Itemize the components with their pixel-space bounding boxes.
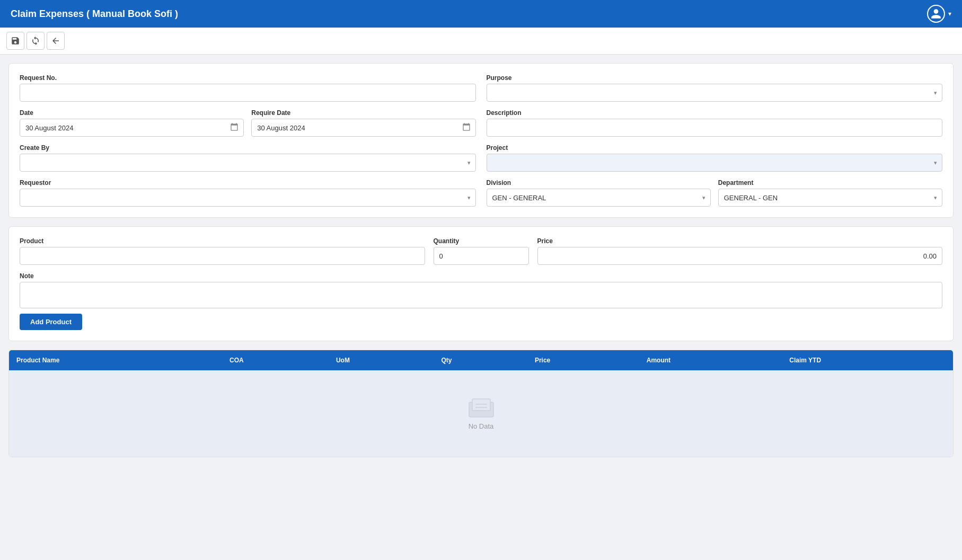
add-product-button[interactable]: Add Product <box>20 314 82 330</box>
col-uom: UoM <box>329 350 434 370</box>
create-by-select[interactable] <box>20 154 476 172</box>
table-header: Product Name COA UoM Qty Price Amount Cl… <box>9 350 953 370</box>
col-amount: Amount <box>639 350 782 370</box>
products-table: Product Name COA UoM Qty Price Amount Cl… <box>9 350 953 370</box>
main-content: Request No. Date Require <box>0 55 962 474</box>
requestor-select[interactable] <box>20 189 476 207</box>
note-input[interactable] <box>20 282 942 308</box>
product-group: Product <box>20 237 425 265</box>
col-coa: COA <box>222 350 329 370</box>
svg-rect-1 <box>472 399 490 411</box>
quantity-input[interactable] <box>434 247 529 265</box>
create-by-group: Create By ▾ <box>20 144 476 172</box>
user-avatar <box>927 5 945 23</box>
product-row: Product Quantity Price <box>20 237 942 265</box>
col-qty: Qty <box>434 350 527 370</box>
purpose-wrapper: ▾ <box>487 84 943 102</box>
user-menu[interactable]: ▾ <box>927 5 951 23</box>
project-label: Project <box>487 144 943 152</box>
request-no-group: Request No. <box>20 74 476 102</box>
form-left: Request No. Date Require <box>20 74 476 207</box>
quantity-label: Quantity <box>434 237 529 245</box>
header: Claim Expenses ( Manual Book Sofi ) ▾ <box>0 0 962 28</box>
purpose-group: Purpose ▾ <box>487 74 943 102</box>
requestor-group: Requestor ▾ <box>20 179 476 207</box>
table-container: Product Name COA UoM Qty Price Amount Cl… <box>8 350 954 457</box>
require-date-label: Require Date <box>251 109 475 117</box>
date-row: Date Require Date <box>20 109 476 137</box>
product-label: Product <box>20 237 425 245</box>
division-select[interactable]: GEN - GENERAL <box>487 189 711 207</box>
purpose-select[interactable] <box>487 84 943 102</box>
create-by-label: Create By <box>20 144 476 152</box>
price-label: Price <box>537 237 943 245</box>
requestor-wrapper: ▾ <box>20 189 476 207</box>
description-input[interactable] <box>487 119 943 137</box>
refresh-button[interactable] <box>27 32 45 50</box>
no-data-icon <box>468 397 495 418</box>
date-input[interactable] <box>20 119 244 137</box>
description-group: Description <box>487 109 943 137</box>
division-dept-row: Division GEN - GENERAL ▾ Department <box>487 179 943 207</box>
note-label: Note <box>20 272 942 280</box>
no-data-text: No Data <box>469 422 494 430</box>
user-chevron-icon: ▾ <box>948 10 951 17</box>
date-label: Date <box>20 109 244 117</box>
division-group: Division GEN - GENERAL ▾ <box>487 179 711 207</box>
col-price: Price <box>527 350 639 370</box>
division-wrapper: GEN - GENERAL ▾ <box>487 189 711 207</box>
form-right: Purpose ▾ Description Project <box>487 74 943 207</box>
price-input[interactable] <box>537 247 943 265</box>
project-group: Project ▾ <box>487 144 943 172</box>
save-button[interactable] <box>6 32 24 50</box>
department-select[interactable]: GENERAL - GEN <box>718 189 942 207</box>
require-date-group: Require Date <box>251 109 475 137</box>
requestor-label: Requestor <box>20 179 476 186</box>
create-by-wrapper: ▾ <box>20 154 476 172</box>
product-input[interactable] <box>20 247 425 265</box>
date-group: Date <box>20 109 244 137</box>
product-card: Product Quantity Price Note Add Product <box>8 226 954 341</box>
request-no-input[interactable] <box>20 84 476 102</box>
require-date-wrapper <box>251 119 475 137</box>
col-claim-ytd: Claim YTD <box>782 350 953 370</box>
page-title: Claim Expenses ( Manual Book Sofi ) <box>11 8 178 20</box>
department-wrapper: GENERAL - GEN ▾ <box>718 189 942 207</box>
back-button[interactable] <box>47 32 65 50</box>
require-date-input[interactable] <box>251 119 475 137</box>
project-select[interactable] <box>487 154 943 172</box>
no-data-area: No Data <box>9 370 953 457</box>
date-wrapper <box>20 119 244 137</box>
division-label: Division <box>487 179 711 186</box>
request-no-label: Request No. <box>20 74 476 82</box>
note-group: Note <box>20 272 942 308</box>
project-wrapper: ▾ <box>487 154 943 172</box>
col-product-name: Product Name <box>9 350 222 370</box>
department-label: Department <box>718 179 942 186</box>
quantity-group: Quantity <box>434 237 529 265</box>
purpose-label: Purpose <box>487 74 943 82</box>
form-card: Request No. Date Require <box>8 63 954 218</box>
department-group: Department GENERAL - GEN ▾ <box>718 179 942 207</box>
price-group: Price <box>537 237 943 265</box>
description-label: Description <box>487 109 943 117</box>
toolbar <box>0 28 962 55</box>
